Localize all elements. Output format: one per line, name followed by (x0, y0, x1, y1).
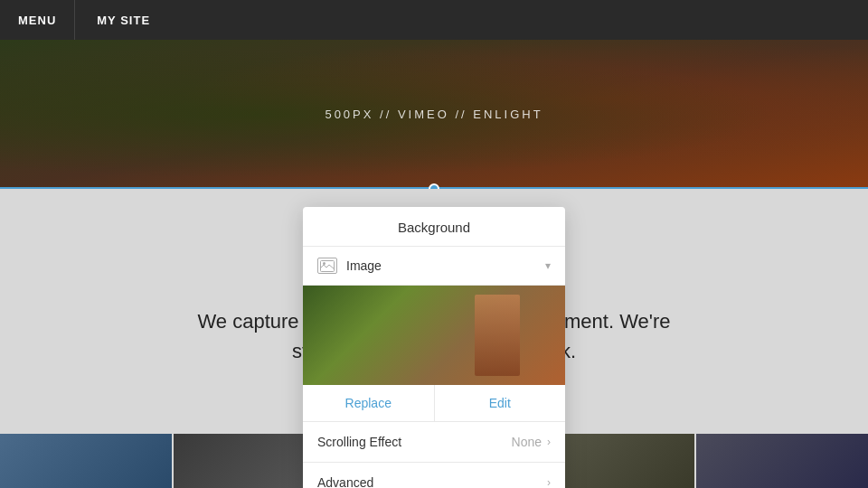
thumbnail-1[interactable] (0, 434, 172, 488)
site-name-label: MY SITE (97, 14, 150, 27)
site-name: MY SITE (75, 0, 172, 40)
header: MENU MY SITE (0, 0, 868, 40)
image-preview (303, 286, 565, 385)
svg-point-1 (323, 262, 326, 265)
hero-edit-dot[interactable] (429, 183, 439, 189)
menu-button[interactable]: MENU (0, 0, 75, 40)
chevron-down-icon: ▾ (545, 259, 551, 272)
advanced-row[interactable]: Advanced › (303, 463, 565, 488)
menu-label: MENU (18, 14, 56, 27)
image-type-label: Image (346, 258, 545, 273)
main-content: We capture the mo ery moment. We're stor… (0, 189, 868, 488)
image-action-buttons: Replace Edit (303, 385, 565, 422)
advanced-chevron-icon: › (547, 476, 551, 488)
scrolling-effect-value: None (512, 435, 542, 449)
preview-figure (475, 295, 520, 376)
edit-button[interactable]: Edit (435, 385, 566, 421)
image-icon (317, 258, 337, 274)
hero-section: 500PX // VIMEO // ENLIGHT (0, 40, 868, 189)
hero-nav: 500PX // VIMEO // ENLIGHT (325, 108, 542, 121)
background-panel: Background Image ▾ Replace Edit Sc (303, 207, 565, 488)
advanced-label: Advanced (317, 475, 547, 488)
thumbnail-5[interactable] (696, 434, 868, 488)
image-type-selector[interactable]: Image ▾ (303, 247, 565, 286)
scrolling-effect-chevron-icon: › (547, 436, 551, 448)
scrolling-effect-row[interactable]: Scrolling Effect None › (303, 422, 565, 463)
panel-title: Background (303, 207, 565, 247)
replace-button[interactable]: Replace (303, 385, 435, 421)
scrolling-effect-label: Scrolling Effect (317, 435, 512, 449)
